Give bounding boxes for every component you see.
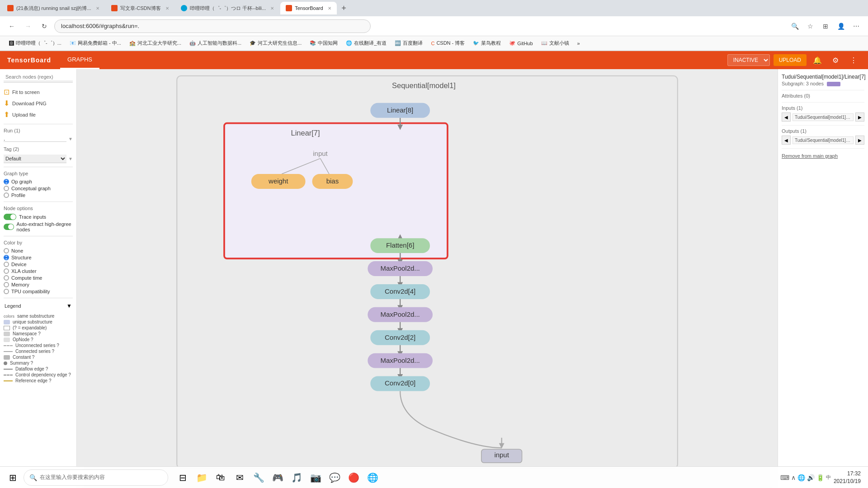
outputs-nav-row: ◀ Tudui/Sequential[model1]/Linear[7]/ ▶ <box>782 136 864 145</box>
color-device[interactable]: Device <box>4 262 73 267</box>
run-section: Run (1) ▼ <box>4 127 73 142</box>
weight-label: weight <box>268 177 288 185</box>
address-input[interactable] <box>54 19 371 33</box>
taskbar-file-explorer[interactable]: 📁 <box>193 469 211 487</box>
color-tpu[interactable]: TPU compatibility <box>4 289 73 294</box>
input-prev-btn[interactable]: ◀ <box>782 113 791 122</box>
tray-time[interactable]: 17:32 2021/10/19 <box>834 470 861 485</box>
taskbar-mail[interactable]: ✉ <box>231 469 249 487</box>
tab-1-close[interactable]: ✕ <box>96 6 99 11</box>
auto-extract-toggle[interactable] <box>4 224 14 230</box>
bookmark-0[interactable]: 🅱哔哩哔哩（゜-゜）... <box>5 38 65 48</box>
tb-tab-graphs[interactable]: GRAPHS <box>60 51 99 69</box>
input-next-btn[interactable]: ▶ <box>855 113 864 122</box>
tray-keyboard-icon[interactable]: ⌨ <box>780 474 789 481</box>
refresh-button[interactable]: ↻ <box>38 20 51 33</box>
more-icon[interactable]: ⋯ <box>850 20 863 33</box>
upload-button[interactable]: UPLOAD <box>774 54 807 66</box>
bookmark-11[interactable]: 📖文献小镇 <box>538 38 573 48</box>
output-prev-btn[interactable]: ◀ <box>782 136 791 145</box>
bookmarks-more[interactable]: » <box>574 39 584 47</box>
tag-dropdown-icon[interactable]: ▼ <box>68 156 73 161</box>
taskbar-app3[interactable]: 🔧 <box>250 469 268 487</box>
search-input[interactable] <box>4 73 73 81</box>
taskbar-edge[interactable]: 🌐 <box>363 469 382 487</box>
tray-chevron-icon[interactable]: ∧ <box>791 474 796 481</box>
new-tab-button[interactable]: + <box>338 2 350 14</box>
run-selector[interactable]: INACTIVE <box>727 54 770 66</box>
node-options-section: Node options Trace inputs Auto-extract h… <box>4 205 73 232</box>
legend-header[interactable]: Legend ▼ <box>4 301 73 311</box>
legend-row-4: OpNode ? <box>4 337 73 342</box>
input-node-label: input <box>494 451 509 459</box>
taskbar-search[interactable]: 🔍 在这里输入你要搜索的内容 <box>24 469 168 486</box>
start-button[interactable]: ⊞ <box>4 469 22 487</box>
tab-1[interactable]: (21条消息) running snail szj的博... ✕ <box>2 2 105 14</box>
search-icon[interactable]: 🔍 <box>788 20 801 33</box>
tab-4-close[interactable]: ✕ <box>328 6 331 11</box>
color-structure[interactable]: Structure <box>4 255 73 260</box>
bookmark-1[interactable]: 📧网易免费邮箱 - 中... <box>66 38 125 48</box>
tag-select[interactable]: Default <box>4 155 66 163</box>
radio-profile[interactable]: Profile <box>4 192 73 198</box>
legend-row-1: unique substructure <box>4 319 73 324</box>
favorites-icon[interactable]: ☆ <box>804 20 816 33</box>
tray-lang-icon[interactable]: 中 <box>826 474 831 481</box>
bookmark-3[interactable]: 🤖人工智能与数据科... <box>186 38 245 48</box>
tray-volume-icon[interactable]: 🔊 <box>807 474 815 481</box>
tab-3-close[interactable]: ✕ <box>270 6 274 11</box>
more-vert-icon[interactable]: ⋮ <box>846 53 861 67</box>
bookmark-7[interactable]: 🔤百度翻译 <box>391 38 426 48</box>
outer-box-label: Sequential[model1] <box>392 81 456 89</box>
taskbar-task-view[interactable]: ⊟ <box>174 469 192 487</box>
taskbar-app4[interactable]: 🎮 <box>269 469 287 487</box>
notifications-icon[interactable]: 🔔 <box>810 53 825 67</box>
tab-3[interactable]: 哔哩哔哩（゜-゜）つロ 千杯--bili... ✕ <box>175 2 280 14</box>
taskbar-app5[interactable]: 🎵 <box>288 469 306 487</box>
taskbar-wechat[interactable]: 💬 <box>326 469 344 487</box>
color-compute[interactable]: Compute time <box>4 275 73 281</box>
run-dropdown-icon[interactable]: ▼ <box>68 136 73 141</box>
run-input[interactable] <box>4 136 66 142</box>
legend-same-sub: same substructure <box>17 314 54 319</box>
bookmark-9[interactable]: 🐦菜鸟教程 <box>469 38 505 48</box>
bookmark-5[interactable]: 📚中国知网 <box>306 38 341 48</box>
legend-color-constant <box>4 355 10 360</box>
forward-button[interactable]: → <box>22 20 34 33</box>
color-by-radio-group: None Structure Device XLA cluster <box>4 248 73 294</box>
bookmark-10[interactable]: 🐙GitHub <box>505 39 536 47</box>
graph-area[interactable]: Sequential[model1] Linear[7] Linear[8] i… <box>77 69 778 488</box>
color-memory[interactable]: Memory <box>4 282 73 287</box>
upload-file-link[interactable]: ⬆ Upload file <box>4 109 73 120</box>
tab-4[interactable]: TensorBoard ✕ <box>280 2 336 14</box>
tab-2[interactable]: 写文章-CSDN博客 ✕ <box>106 2 175 14</box>
settings-icon[interactable]: ⚙ <box>828 53 843 67</box>
tab-2-close[interactable]: ✕ <box>165 6 169 11</box>
taskbar-jetbrains[interactable]: 🔴 <box>344 469 363 487</box>
color-xla[interactable]: XLA cluster <box>4 268 73 274</box>
output-next-btn[interactable]: ▶ <box>855 136 864 145</box>
back-button[interactable]: ← <box>5 20 18 33</box>
radio-conceptual[interactable]: Conceptual graph <box>4 186 73 191</box>
bookmark-8[interactable]: CCSDN - 博客 <box>427 38 468 48</box>
attributes-label: Attributes (0) <box>782 93 864 99</box>
remove-from-graph-btn[interactable]: Remove from main graph <box>782 151 838 160</box>
bookmark-2[interactable]: 🏫河北工业大学研究... <box>126 38 185 48</box>
fit-to-screen-link[interactable]: ⊡ Fit to screen <box>4 86 73 98</box>
collections-icon[interactable]: ⊞ <box>819 20 832 33</box>
search-section <box>4 73 73 83</box>
legend-row-3: Namespace ? <box>4 331 73 336</box>
radio-op-graph[interactable]: Op graph <box>4 179 73 184</box>
profile-icon[interactable]: 👤 <box>835 20 847 33</box>
legend-toggle-icon[interactable]: ▼ <box>66 303 72 309</box>
taskbar-app6[interactable]: 📷 <box>307 469 325 487</box>
color-none[interactable]: None <box>4 248 73 253</box>
download-png-link[interactable]: ⬇ Download PNG <box>4 98 73 109</box>
radio-dot-compute <box>4 275 9 281</box>
taskbar-store[interactable]: 🛍 <box>212 469 230 487</box>
bookmark-4[interactable]: 🎓河工大研究生信息... <box>246 38 305 48</box>
legend-row-6: Connected series ? <box>4 349 73 354</box>
bookmark-6[interactable]: 🌐在线翻译_有道 <box>342 38 390 48</box>
trace-inputs-toggle[interactable] <box>4 214 16 220</box>
tray-network-icon[interactable]: 🌐 <box>797 474 805 481</box>
